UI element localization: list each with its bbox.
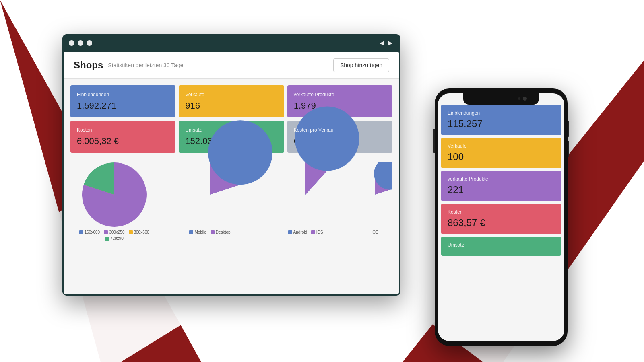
browser-dot-2: [78, 40, 83, 46]
legend-dot-desktop: [211, 230, 215, 234]
legend-dot-green: [105, 237, 109, 241]
browser-dot-3: [87, 40, 92, 46]
legend-mobile: Mobile: [189, 230, 206, 234]
mobile-stat-kosten: Kosten 863,57 €: [441, 204, 561, 234]
mobile-label-einblendungen: Einblendungen: [448, 110, 555, 116]
legend-728x90: 728x90: [105, 236, 124, 241]
stat-value-einblendungen: 1.592.271: [77, 101, 169, 111]
charts-section: 160x600 300x250 300x600 728x90: [64, 159, 399, 244]
legend-label-ios: iOS: [316, 230, 323, 234]
legend-android: Android: [288, 230, 307, 234]
stat-card-einblendungen: Einblendungen 1.592.271: [70, 85, 175, 117]
legend-dot-orange: [129, 230, 133, 234]
mobile-content: Einblendungen 115.257 Verkäufe 100 verka…: [438, 103, 564, 257]
legend-ios: iOS: [311, 230, 323, 234]
stat-label-produkte: verkaufte Produkte: [294, 92, 386, 97]
legend-dot-blue: [79, 230, 83, 234]
chart-partial-legend: iOS: [372, 230, 378, 234]
power-button: [433, 129, 435, 153]
mobile-stat-einblendungen: Einblendungen 115.257: [441, 105, 561, 135]
chart-partial: iOS: [357, 162, 392, 234]
mobile-value-produkte: 221: [448, 184, 555, 195]
legend-label-300x600: 300x600: [134, 230, 149, 234]
stat-label-einblendungen: Einblendungen: [77, 92, 169, 97]
mobile-stat-produkte: verkaufte Produkte 221: [441, 171, 561, 201]
browser-dots: [69, 40, 92, 46]
mobile-value-kosten: 863,57 €: [448, 217, 555, 228]
chart-ad-formats: 160x600 300x250 300x600 728x90: [70, 162, 158, 241]
nav-left-icon[interactable]: ◄: [378, 39, 385, 47]
stat-label-kosten-pro-verkauf: Kosten pro Verkauf: [294, 127, 386, 133]
legend-dot-android: [288, 230, 292, 234]
stat-value-kosten: 6.005,32 €: [77, 136, 169, 146]
browser-dot-1: [69, 40, 74, 46]
camera: [523, 97, 527, 101]
mobile-stat-umsatz: Umsatz: [441, 237, 561, 256]
chart-3-legend: Android iOS: [288, 230, 323, 234]
stat-card-kosten: Kosten 6.005,32 €: [70, 121, 175, 153]
stat-value-verkaufe: 916: [185, 101, 277, 111]
browser-nav-icons: ◄ ►: [378, 39, 394, 47]
legend-300x250: 300x250: [104, 230, 124, 234]
stat-label-verkaufe: Verkäufe: [185, 92, 277, 97]
mobile-screen: Einblendungen 115.257 Verkäufe 100 verka…: [438, 93, 564, 341]
pie-chart-1: [82, 162, 147, 227]
browser-titlebar: ◄ ►: [62, 34, 400, 52]
mobile-notch: [463, 93, 539, 105]
mobile-label-produkte: verkaufte Produkte: [448, 176, 555, 182]
stat-card-verkaufe: Verkäufe 916: [179, 85, 284, 117]
volume-button-up: [568, 121, 569, 137]
mobile-label-kosten: Kosten: [448, 209, 555, 215]
legend-dot-ios: [311, 230, 315, 234]
volume-button-down: [568, 141, 569, 157]
legend-label-300x250: 300x250: [109, 230, 124, 234]
legend-label-728x90: 728x90: [110, 236, 124, 241]
mobile-value-einblendungen: 115.257: [448, 118, 555, 130]
legend-label-mobile: Mobile: [194, 230, 206, 234]
legend-160x600: 160x600: [79, 230, 100, 234]
legend-dot-purple: [104, 230, 108, 234]
stat-label-umsatz: Umsatz: [185, 127, 277, 133]
front-camera: [518, 97, 520, 100]
legend-desktop: Desktop: [211, 230, 231, 234]
nav-right-icon[interactable]: ►: [387, 39, 394, 47]
pie-chart-4-partial: [359, 162, 391, 227]
mobile-stat-verkaufe: Verkäufe 100: [441, 138, 561, 168]
browser-content: Shops Statistiken der letzten 30 Tage Sh…: [64, 52, 399, 294]
page-subtitle: Statistiken der letzten 30 Tage: [108, 62, 183, 68]
legend-300x600: 300x600: [129, 230, 149, 234]
legend-label-160x600: 160x600: [85, 230, 100, 234]
dashboard-title-area: Shops Statistiken der letzten 30 Tage: [74, 60, 184, 71]
desktop-mockup: ◄ ► Shops Statistiken der letzten 30 Tag…: [62, 34, 400, 296]
pie-chart-2: [178, 162, 242, 227]
chart-mobile-desktop: Mobile Desktop: [166, 162, 254, 234]
legend-dot-mobile: [189, 230, 193, 234]
chart-android-ios: Android iOS: [262, 162, 349, 234]
mobile-label-umsatz: Umsatz: [448, 242, 555, 248]
add-shop-button[interactable]: Shop hinzufügen: [333, 58, 389, 72]
chart-1-legend: 160x600 300x250 300x600 728x90: [70, 230, 158, 241]
mobile-label-verkaufe: Verkäufe: [448, 143, 555, 149]
mobile-mockup: Einblendungen 115.257 Verkäufe 100 verka…: [435, 88, 568, 346]
pie-chart-3: [273, 162, 338, 227]
legend-label-android: Android: [293, 230, 307, 234]
legend-label-desktop: Desktop: [216, 230, 231, 234]
mobile-value-verkaufe: 100: [448, 151, 555, 162]
dashboard-header: Shops Statistiken der letzten 30 Tage Sh…: [64, 52, 399, 79]
chart-2-legend: Mobile Desktop: [189, 230, 230, 234]
page-title: Shops: [74, 60, 103, 71]
stat-label-kosten: Kosten: [77, 127, 169, 133]
